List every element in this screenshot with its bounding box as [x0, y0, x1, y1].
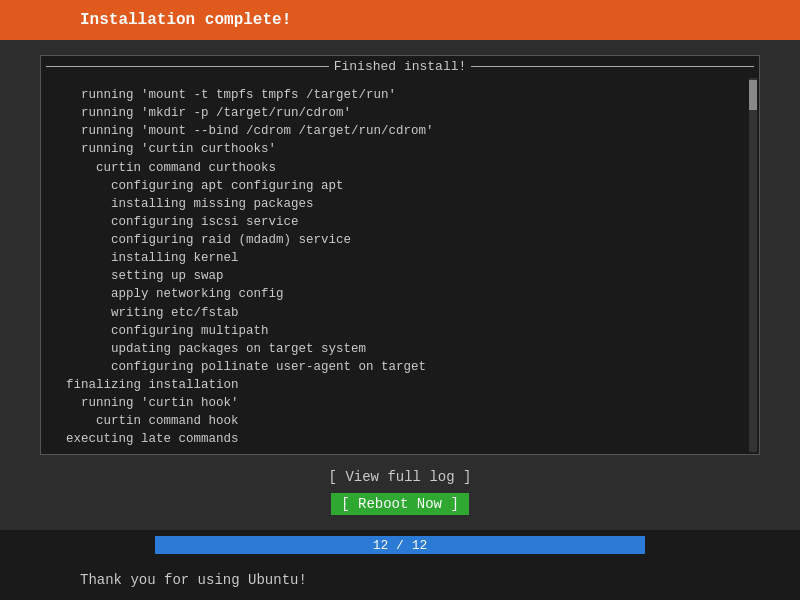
progress-bar-fill: 12 / 12 [155, 536, 645, 554]
reboot-button[interactable]: [ Reboot Now ] [331, 493, 469, 515]
terminal-title-bar: Finished install! [41, 56, 759, 76]
progress-area: 12 / 12 [0, 530, 800, 560]
progress-bar-container: 12 / 12 [155, 536, 645, 554]
header-bar: Installation complete! [0, 0, 800, 40]
main-area: Finished install! running 'mount -t tmpf… [0, 40, 800, 530]
progress-label: 12 / 12 [373, 538, 428, 553]
terminal-title-line: Finished install! [41, 59, 759, 74]
terminal-box: Finished install! running 'mount -t tmpf… [40, 55, 760, 455]
header-title: Installation complete! [80, 11, 291, 29]
footer-bar: Thank you for using Ubuntu! [0, 560, 800, 600]
title-dashes-right [471, 66, 754, 67]
terminal-title-text: Finished install! [334, 59, 467, 74]
terminal-lines: running 'mount -t tmpfs tmpfs /target/ru… [51, 86, 749, 446]
scrollbar[interactable] [749, 78, 757, 452]
footer-text: Thank you for using Ubuntu! [80, 572, 307, 588]
buttons-area: [ View full log ] [ Reboot Now ] [319, 467, 482, 515]
title-dashes-left [46, 66, 329, 67]
terminal-content: running 'mount -t tmpfs tmpfs /target/ru… [51, 86, 749, 446]
scrollbar-thumb[interactable] [749, 80, 757, 110]
view-log-button[interactable]: [ View full log ] [319, 467, 482, 487]
